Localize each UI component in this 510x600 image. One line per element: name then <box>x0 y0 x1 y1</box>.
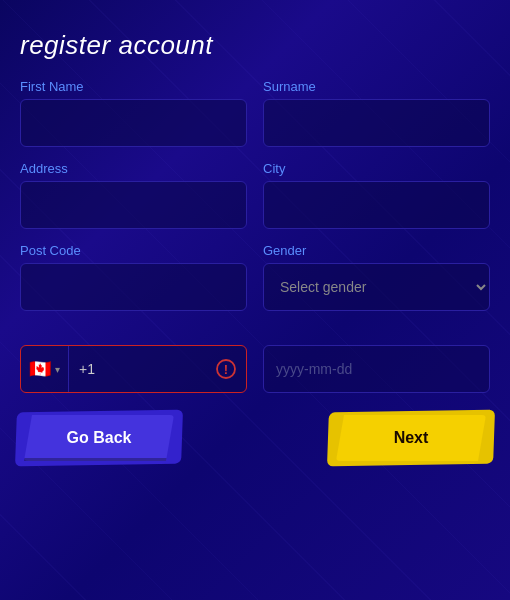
page-title: register account <box>20 30 490 61</box>
phone-field[interactable]: 🇨🇦 ▾ +1 ! <box>20 345 247 393</box>
address-label: Address <box>20 161 247 176</box>
next-button-wrapper: Next <box>336 415 486 461</box>
phone-error-icon: ! <box>216 359 236 379</box>
buttons-row: Go Back Next <box>20 415 490 461</box>
gender-label: Gender <box>263 243 490 258</box>
canada-flag-icon: 🇨🇦 <box>29 360 51 378</box>
first-name-group: First Name <box>20 79 247 147</box>
address-group: Address <box>20 161 247 229</box>
city-label: City <box>263 161 490 176</box>
post-code-group: Post Code <box>20 243 247 311</box>
address-input[interactable] <box>20 181 247 229</box>
go-back-button[interactable]: Go Back <box>24 415 174 461</box>
phone-flag-selector[interactable]: 🇨🇦 ▾ <box>21 346 69 392</box>
dob-group <box>263 325 490 393</box>
first-name-input[interactable] <box>20 99 247 147</box>
bottom-row: 🇨🇦 ▾ +1 ! <box>20 325 490 393</box>
dropdown-arrow-icon: ▾ <box>55 364 60 375</box>
city-input[interactable] <box>263 181 490 229</box>
form-grid: First Name Surname Address City Post Cod… <box>20 79 490 311</box>
phone-group: 🇨🇦 ▾ +1 ! <box>20 325 247 393</box>
phone-country-code: +1 <box>69 361 105 377</box>
next-button[interactable]: Next <box>336 415 486 461</box>
post-code-input[interactable] <box>20 263 247 311</box>
post-code-label: Post Code <box>20 243 247 258</box>
dob-label <box>263 325 490 340</box>
city-group: City <box>263 161 490 229</box>
svg-text:!: ! <box>224 362 228 377</box>
first-name-label: First Name <box>20 79 247 94</box>
gender-group: Gender Select gender Male Female Other <box>263 243 490 311</box>
surname-group: Surname <box>263 79 490 147</box>
phone-label <box>20 325 247 340</box>
surname-label: Surname <box>263 79 490 94</box>
dob-input[interactable] <box>263 345 490 393</box>
register-form-container: register account First Name Surname Addr… <box>0 0 510 481</box>
surname-input[interactable] <box>263 99 490 147</box>
go-back-button-wrapper: Go Back <box>24 415 174 461</box>
gender-select[interactable]: Select gender Male Female Other <box>263 263 490 311</box>
